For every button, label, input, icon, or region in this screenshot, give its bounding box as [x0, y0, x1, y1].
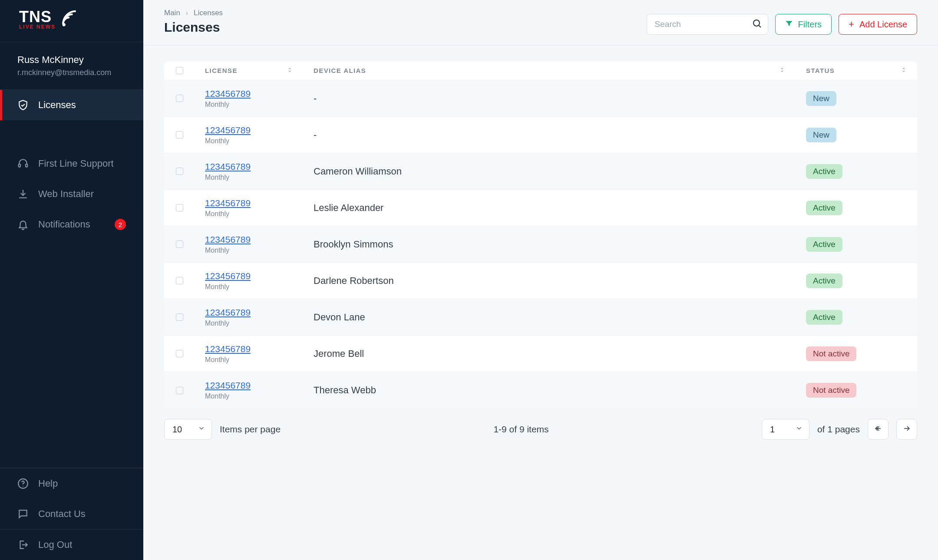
arrow-left-icon: [874, 424, 882, 435]
license-plan: Monthly: [205, 247, 293, 254]
status-badge: Active: [806, 237, 842, 252]
table-row: 123456789MonthlyJerome BellNot active: [164, 336, 917, 372]
filters-label: Filters: [798, 20, 822, 30]
notifications-badge: 2: [115, 219, 126, 230]
license-plan: Monthly: [205, 283, 293, 291]
chevron-right-icon: ›: [186, 9, 188, 17]
download-icon: [17, 188, 29, 200]
breadcrumb-current: Licenses: [194, 9, 223, 17]
pages-label: of 1 pages: [817, 424, 860, 435]
logout-icon: [17, 539, 29, 550]
row-checkbox[interactable]: [176, 95, 183, 102]
select-all-checkbox[interactable]: [176, 67, 183, 74]
license-id-link[interactable]: 123456789: [205, 161, 293, 172]
items-per-page-label: Items per page: [220, 424, 281, 435]
status-badge: Not active: [806, 346, 856, 361]
sidebar-item-label: Web Installer: [38, 188, 94, 200]
row-checkbox[interactable]: [176, 131, 183, 138]
license-id-link[interactable]: 123456789: [205, 271, 293, 281]
license-id-link[interactable]: 123456789: [205, 125, 293, 135]
license-id-link[interactable]: 123456789: [205, 198, 293, 208]
device-alias: Theresa Webb: [314, 385, 785, 396]
table-row: 123456789MonthlyDarlene RobertsonActive: [164, 263, 917, 299]
status-badge: Active: [806, 164, 842, 179]
sort-icon: [901, 67, 907, 74]
user-name: Russ McKinney: [17, 54, 126, 66]
license-id-link[interactable]: 123456789: [205, 307, 293, 318]
row-checkbox[interactable]: [176, 240, 183, 248]
status-badge: Active: [806, 273, 842, 288]
arrow-right-icon: [902, 424, 911, 435]
status-badge: Active: [806, 201, 842, 215]
column-header-status[interactable]: STATUS: [796, 67, 917, 74]
row-checkbox[interactable]: [176, 168, 183, 175]
table-row: 123456789Monthly-New: [164, 80, 917, 117]
breadcrumb: Main › Licenses: [164, 9, 223, 17]
sidebar-item-help[interactable]: Help: [0, 468, 143, 499]
license-id-link[interactable]: 123456789: [205, 234, 293, 245]
license-plan: Monthly: [205, 210, 293, 218]
brand-logo: TNS LIVE NEWS: [0, 0, 143, 42]
licenses-table: LICENSE DEVICE ALIAS STATUS 123456789Mon…: [164, 61, 917, 408]
sidebar-item-support[interactable]: First Line Support: [0, 148, 143, 179]
device-alias: Darlene Robertson: [314, 275, 785, 287]
table-row: 123456789MonthlyDevon LaneActive: [164, 299, 917, 336]
svg-rect-1: [19, 164, 20, 167]
help-icon: [17, 478, 29, 489]
table-header-row: LICENSE DEVICE ALIAS STATUS: [164, 61, 917, 80]
sidebar-item-label: Licenses: [38, 99, 76, 111]
items-per-page-select[interactable]: 10: [164, 419, 212, 440]
license-id-link[interactable]: 123456789: [205, 344, 293, 354]
device-alias: Jerome Bell: [314, 348, 785, 359]
pagination-range: 1-9 of 9 items: [493, 424, 548, 435]
search-input[interactable]: [647, 14, 768, 35]
sidebar-item-contact[interactable]: Contact Us: [0, 499, 143, 529]
filter-icon: [785, 20, 793, 30]
device-alias: Devon Lane: [314, 312, 785, 323]
page-title: Licenses: [164, 20, 223, 35]
row-checkbox[interactable]: [176, 277, 183, 284]
device-alias: -: [314, 93, 785, 104]
breadcrumb-root[interactable]: Main: [164, 9, 180, 17]
row-checkbox[interactable]: [176, 350, 183, 357]
sidebar-item-label: Contact Us: [38, 508, 86, 520]
sidebar-item-logout[interactable]: Log Out: [0, 530, 143, 560]
row-checkbox[interactable]: [176, 387, 183, 394]
filters-button[interactable]: Filters: [775, 14, 832, 35]
prev-page-button[interactable]: [868, 419, 888, 440]
svg-point-4: [23, 486, 23, 487]
headset-icon: [17, 158, 29, 169]
svg-rect-2: [26, 164, 27, 167]
chat-icon: [17, 508, 29, 520]
user-block: Russ McKinney r.mckinney@tnsmedia.com: [0, 42, 143, 90]
sidebar-item-licenses[interactable]: Licenses: [0, 90, 143, 120]
device-alias: Brooklyn Simmons: [314, 239, 785, 250]
license-plan: Monthly: [205, 101, 293, 109]
status-badge: Not active: [806, 383, 856, 398]
row-checkbox[interactable]: [176, 204, 183, 211]
chevron-down-icon: [198, 425, 205, 435]
license-id-link[interactable]: 123456789: [205, 380, 293, 391]
column-header-license[interactable]: LICENSE: [195, 67, 303, 74]
license-plan: Monthly: [205, 392, 293, 400]
user-email: r.mckinney@tnsmedia.com: [17, 68, 126, 77]
sort-icon: [287, 67, 293, 74]
column-header-device[interactable]: DEVICE ALIAS: [303, 67, 796, 74]
bell-icon: [17, 219, 29, 230]
license-plan: Monthly: [205, 356, 293, 364]
sidebar-item-notifications[interactable]: Notifications 2: [0, 209, 143, 240]
table-row: 123456789MonthlyTheresa WebbNot active: [164, 372, 917, 408]
sidebar-item-installer[interactable]: Web Installer: [0, 179, 143, 209]
license-plan: Monthly: [205, 137, 293, 145]
table-row: 123456789MonthlyBrooklyn SimmonsActive: [164, 226, 917, 263]
status-badge: Active: [806, 310, 842, 325]
sidebar-item-label: First Line Support: [38, 158, 114, 169]
pagination: 10 Items per page 1-9 of 9 items 1 of 1 …: [164, 419, 917, 440]
row-checkbox[interactable]: [176, 313, 183, 321]
search-icon: [752, 18, 762, 30]
device-alias: -: [314, 129, 785, 141]
add-license-button[interactable]: + Add License: [839, 14, 917, 35]
page-select[interactable]: 1: [762, 419, 809, 440]
next-page-button[interactable]: [896, 419, 917, 440]
license-id-link[interactable]: 123456789: [205, 89, 293, 99]
